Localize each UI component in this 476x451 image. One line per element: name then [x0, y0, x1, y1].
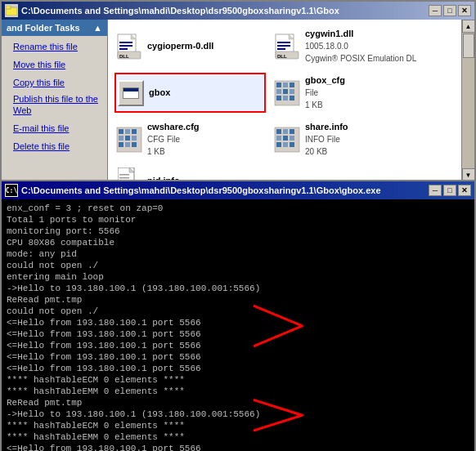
explorer-window-icon	[5, 4, 18, 17]
svg-rect-12	[277, 45, 290, 47]
svg-rect-23	[276, 96, 281, 100]
svg-rect-49	[119, 177, 129, 179]
svg-rect-25	[290, 96, 294, 100]
file-item-share-info[interactable]: share.info INFO File20 KB	[272, 119, 424, 159]
sidebar-section-arrow[interactable]: ▲	[93, 23, 102, 33]
svg-rect-19	[290, 83, 294, 87]
file-meta-cwshare: CFG File1 KB	[147, 133, 200, 158]
file-icon-gbox-cfg	[274, 80, 300, 106]
svg-rect-42	[290, 136, 294, 141]
terminal-line-12: <=Hello from 193.180.100.1 port 5566	[7, 328, 469, 340]
file-item-cygwin1[interactable]: DLL cygwin1.dll 1005.18.0.0Cygwin® POSIX…	[272, 26, 424, 66]
terminal-line-18: ReRead pmt.tmp	[7, 397, 469, 409]
svg-rect-29	[132, 129, 137, 134]
svg-rect-33	[119, 142, 123, 147]
file-name-cwshare: cwshare.cfg	[147, 121, 200, 133]
terminal-minimize-button[interactable]: ─	[429, 185, 442, 196]
terminal-line-9: ReRead pmt.tmp	[7, 294, 469, 306]
explorer-body: and Folder Tasks ▲ Rename this file Move…	[2, 20, 474, 181]
svg-rect-30	[119, 136, 123, 141]
minimize-button[interactable]: ─	[429, 5, 442, 16]
svg-rect-45	[290, 142, 294, 147]
file-grid: DLL cygioperm-0.dll	[115, 26, 455, 181]
svg-rect-28	[125, 129, 130, 134]
svg-rect-41	[283, 136, 288, 141]
terminal-window-controls: ─ □ ✕	[429, 185, 471, 196]
file-item-gbox[interactable]: gbox	[115, 73, 266, 113]
file-info-share-info: share.info INFO File20 KB	[305, 121, 348, 158]
file-item-gbox-cfg[interactable]: gbox_cfg File1 KB	[272, 73, 424, 113]
scroll-track[interactable]	[462, 33, 474, 168]
file-area: DLL cygioperm-0.dll	[108, 20, 461, 181]
terminal-icon: C:\	[5, 184, 18, 197]
file-icon-share-info	[274, 127, 300, 153]
terminal-line-1: enx_conf = 3 ; reset on zap=0	[7, 203, 469, 214]
file-icon-cwshare	[116, 127, 142, 153]
file-info-cygioperm: cygioperm-0.dll	[147, 40, 213, 52]
file-icon-cygioperm: DLL	[116, 33, 142, 60]
terminal-line-5: mode: any pid	[7, 248, 469, 260]
close-button[interactable]: ✕	[458, 5, 471, 16]
sidebar-section-header: and Folder Tasks ▲	[2, 20, 107, 36]
svg-rect-34	[125, 142, 130, 147]
svg-rect-17	[276, 83, 281, 87]
file-icon-cygwin1: DLL	[274, 33, 300, 60]
file-area-container: DLL cygioperm-0.dll	[108, 20, 474, 181]
maximize-button[interactable]: □	[443, 5, 456, 16]
terminal-maximize-button[interactable]: □	[443, 185, 456, 196]
sidebar-section-label: and Folder Tasks	[7, 23, 80, 33]
terminal-line-7: entering main loop	[7, 271, 469, 283]
terminal-line-11: <=Hello from 193.180.100.1 port 5566	[7, 317, 469, 328]
svg-rect-5	[119, 45, 132, 47]
terminal-line-15: <=Hello from 193.180.100.1 port 5566	[7, 363, 469, 374]
sidebar: and Folder Tasks ▲ Rename this file Move…	[2, 20, 108, 181]
file-meta-cygwin1: 1005.18.0.0Cygwin® POSIX Emulation DL	[305, 40, 416, 65]
explorer-window: C:\Documents and Settings\mahdi\Desktop\…	[0, 0, 476, 180]
svg-rect-31	[125, 136, 130, 141]
file-name-share-info: share.info	[305, 121, 348, 133]
svg-rect-13	[277, 48, 285, 50]
sidebar-item-delete[interactable]: Delete this file	[2, 137, 107, 155]
file-name-cygwin1: cygwin1.dll	[305, 28, 416, 40]
terminal-window: C:\ C:\Documents and Settings\mahdi\Desk…	[0, 180, 476, 451]
sidebar-item-rename[interactable]: Rename this file	[2, 38, 107, 56]
file-name-cygioperm: cygioperm-0.dll	[147, 40, 213, 52]
terminal-line-19: ->Hello to 193.180.100.1 (193.180.100.00…	[7, 409, 469, 420]
terminal-title-text: C:\Documents and Settings\mahdi\Desktop\…	[21, 185, 429, 195]
window-controls: ─ □ ✕	[429, 5, 471, 16]
terminal-title-bar: C:\ C:\Documents and Settings\mahdi\Desk…	[2, 181, 474, 199]
file-item-cwshare[interactable]: cwshare.cfg CFG File1 KB	[115, 119, 266, 159]
terminal-line-13: <=Hello from 193.180.100.1 port 5566	[7, 340, 469, 351]
sidebar-item-publish[interactable]: Publish this file to the Web	[2, 92, 107, 119]
explorer-scrollbar[interactable]: ▲ ▼	[461, 20, 474, 181]
file-info-cwshare: cwshare.cfg CFG File1 KB	[147, 121, 200, 158]
scroll-thumb[interactable]	[463, 33, 474, 58]
sidebar-item-copy[interactable]: Copy this file	[2, 74, 107, 92]
svg-rect-21	[283, 89, 288, 94]
sidebar-item-email[interactable]: E-mail this file	[2, 119, 107, 137]
file-info-cygwin1: cygwin1.dll 1005.18.0.0Cygwin® POSIX Emu…	[305, 28, 416, 65]
svg-rect-38	[283, 129, 288, 134]
svg-rect-6	[119, 48, 128, 50]
sidebar-item-move[interactable]: Move this file	[2, 56, 107, 74]
svg-rect-39	[290, 129, 294, 134]
svg-rect-27	[119, 129, 123, 134]
svg-rect-4	[119, 42, 132, 43]
terminal-line-4: CPU 80X86 compatible	[7, 237, 469, 248]
file-meta-gbox-cfg: File1 KB	[305, 87, 345, 111]
svg-rect-35	[132, 142, 137, 147]
terminal-line-2: Total 1 ports to monitor	[7, 214, 469, 226]
svg-rect-24	[283, 96, 288, 100]
terminal-close-button[interactable]: ✕	[458, 185, 471, 196]
svg-rect-37	[276, 129, 281, 134]
terminal-line-21: **** hashTableEMM 0 elements ****	[7, 431, 469, 443]
scroll-up-button[interactable]: ▲	[462, 20, 475, 33]
terminal-line-3: monitoring port: 5566	[7, 226, 469, 237]
svg-rect-20	[276, 89, 281, 94]
file-item-cygioperm[interactable]: DLL cygioperm-0.dll	[115, 26, 266, 66]
terminal-line-14: <=Hello from 193.180.100.1 port 5566	[7, 351, 469, 363]
svg-rect-44	[283, 142, 288, 147]
file-info-gbox: gbox	[149, 87, 170, 99]
svg-rect-48	[119, 174, 129, 176]
file-meta-share-info: INFO File20 KB	[305, 133, 348, 158]
